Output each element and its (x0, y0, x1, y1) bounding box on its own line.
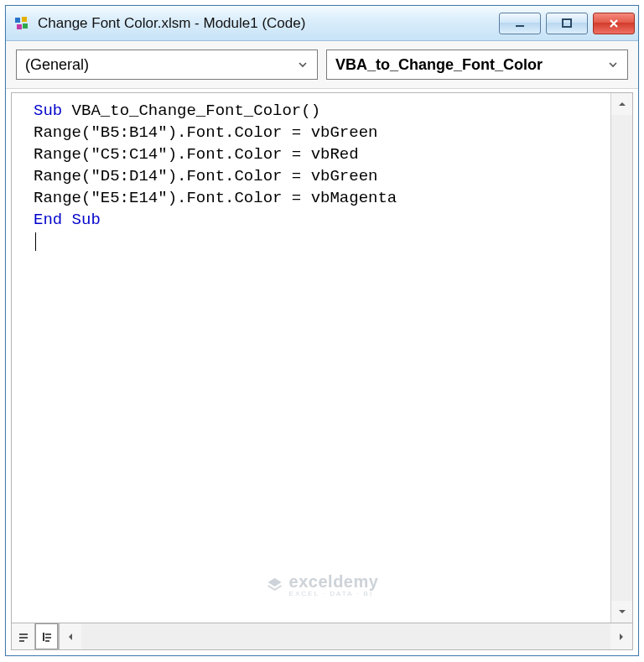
maximize-button[interactable] (546, 13, 588, 34)
dropdown-row: (General) VBA_to_Change_Font_Color (6, 41, 638, 89)
vba-code-window: Change Font Color.xlsm - Module1 (Code) … (5, 5, 639, 656)
scroll-up-button[interactable] (611, 93, 632, 115)
code-line: Range("B5:B14").Font.Color = vbGreen (34, 123, 377, 142)
svg-rect-11 (45, 637, 51, 639)
code-editor: Sub VBA_to_Change_Font_Color() Range("B5… (11, 92, 633, 623)
chevron-down-icon (607, 59, 619, 70)
svg-rect-9 (43, 633, 44, 641)
svg-rect-0 (15, 18, 20, 23)
view-buttons (12, 623, 60, 649)
svg-rect-6 (19, 633, 28, 635)
chevron-down-icon (297, 59, 309, 70)
object-dropdown[interactable]: (General) (16, 50, 318, 80)
code-line: End Sub (34, 211, 101, 229)
bottom-bar (11, 623, 633, 650)
scroll-right-button[interactable] (610, 623, 632, 649)
object-dropdown-label: (General) (25, 56, 290, 74)
svg-rect-3 (23, 23, 28, 29)
window-controls (499, 13, 635, 34)
code-area[interactable]: Sub VBA_to_Change_Font_Color() Range("B5… (12, 93, 610, 623)
scroll-track[interactable] (611, 115, 632, 601)
full-module-view-button[interactable] (35, 623, 59, 649)
svg-rect-4 (516, 25, 524, 27)
procedure-dropdown-label: VBA_to_Change_Font_Color (335, 56, 600, 74)
code-line: Sub VBA_to_Change_Font_Color() (34, 102, 320, 120)
svg-rect-8 (19, 640, 24, 642)
procedure-view-button[interactable] (12, 623, 35, 649)
code-line: Range("E5:E14").Font.Color = vbMagenta (34, 189, 397, 207)
hscroll-track[interactable] (81, 623, 610, 649)
close-button[interactable] (593, 13, 635, 34)
svg-rect-12 (45, 640, 49, 642)
svg-rect-1 (22, 17, 27, 22)
svg-rect-7 (19, 637, 28, 639)
scroll-left-button[interactable] (60, 623, 81, 649)
svg-rect-5 (563, 19, 571, 27)
horizontal-scrollbar[interactable] (60, 623, 632, 649)
titlebar[interactable]: Change Font Color.xlsm - Module1 (Code) (6, 6, 638, 41)
svg-rect-2 (17, 24, 22, 29)
text-cursor (35, 232, 36, 251)
scroll-down-button[interactable] (611, 601, 632, 623)
window-title: Change Font Color.xlsm - Module1 (Code) (38, 15, 499, 32)
code-line: Range("C5:C14").Font.Color = vbRed (34, 145, 359, 164)
procedure-dropdown[interactable]: VBA_to_Change_Font_Color (326, 50, 628, 80)
code-line: Range("D5:D14").Font.Color = vbGreen (34, 167, 377, 185)
minimize-button[interactable] (499, 13, 541, 34)
app-icon (13, 14, 31, 33)
svg-rect-10 (45, 633, 51, 635)
vertical-scrollbar[interactable] (610, 93, 632, 623)
